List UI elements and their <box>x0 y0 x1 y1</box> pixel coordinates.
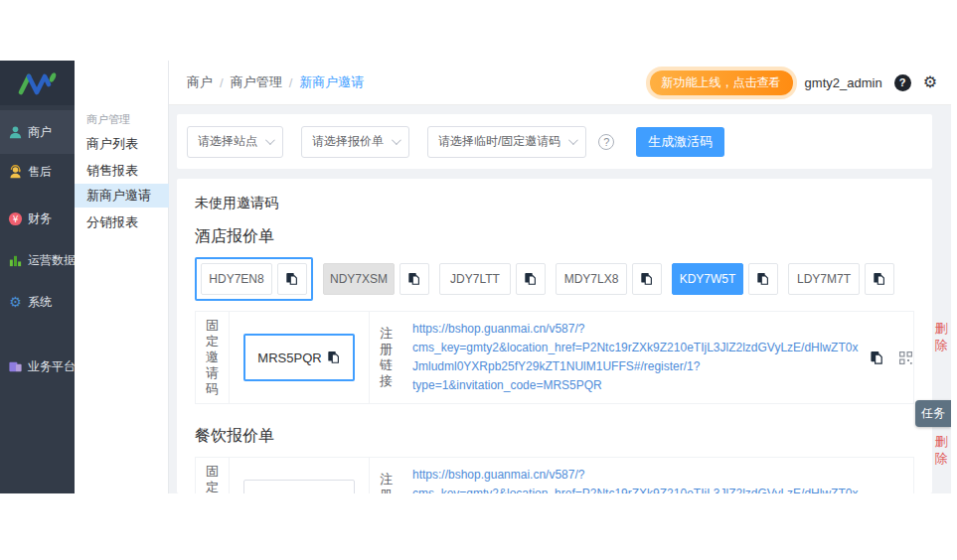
site-select-placeholder: 请选择站点 <box>198 133 257 150</box>
register-link-line1: https://bshop.guanmai.cn/v587/? <box>412 320 862 339</box>
copy-icon[interactable] <box>327 350 341 364</box>
business-platform-icon <box>8 359 23 374</box>
submenu-item-sales-report[interactable]: 销售报表 <box>75 159 169 183</box>
topbar-right: 新功能上线，点击查看 gmty2_admin ? ⚙ <box>650 70 937 95</box>
sidebar-item-operations-data[interactable]: 运营数据 <box>0 243 75 277</box>
breadcrumb-current: 新商户邀请 <box>299 73 364 91</box>
row-actions <box>870 350 913 365</box>
invite-code[interactable]: HDY7EN8 <box>201 263 272 295</box>
hotel-fixed-code-row: 固定邀请码 MRS5PQR 注册链接 https://bshop.guanmai… <box>195 311 914 404</box>
sidebar-item-system[interactable]: ⚙ 系统 <box>0 285 75 319</box>
register-link-line2: cms_key=gmty2&location_href=P2Ntc19rZXk9… <box>412 339 862 376</box>
catering-section-title: 餐饮报价单 <box>195 426 914 447</box>
settings-gear-icon[interactable]: ⚙ <box>923 74 937 90</box>
breadcrumb-separator: / <box>289 75 293 90</box>
unused-codes-title: 未使用邀请码 <box>195 195 914 212</box>
code-chip-selected[interactable]: HDY7EN8 <box>195 257 313 301</box>
fixed-code-box[interactable]: F525Q8D <box>243 480 355 493</box>
sidebar-item-finance[interactable]: ¥ 财务 <box>0 202 75 235</box>
breadcrumb-merchant-management[interactable]: 商户管理 <box>231 73 282 91</box>
register-link[interactable]: https://bshop.guanmai.cn/v587/? cms_key=… <box>412 466 862 493</box>
invite-type-placeholder: 请选择临时/固定邀请码 <box>438 133 560 150</box>
copy-icon[interactable] <box>632 263 662 295</box>
sidebar-item-merchant[interactable]: 商户 <box>0 110 75 154</box>
secondary-sidebar: 商户管理 商户列表 销售报表 新商户邀请 分销报表 <box>75 61 169 493</box>
register-link[interactable]: https://bshop.guanmai.cn/v587/? cms_key=… <box>412 320 862 395</box>
sidebar-item-label: 业务平台 <box>28 358 76 375</box>
copy-icon[interactable] <box>865 263 894 295</box>
logo[interactable] <box>0 61 75 105</box>
catering-fixed-code-row: 固定邀请码 F525Q8D 注册链接 https://bshop.guanmai… <box>195 457 914 493</box>
code-chip[interactable]: LDY7M7T <box>788 263 894 295</box>
copy-icon[interactable] <box>748 263 778 295</box>
invite-code[interactable]: JDY7LTT <box>439 263 511 295</box>
app-window: 商户 售后 ¥ 财务 运营数据 ⚙ <box>0 61 951 493</box>
submenu-title: 商户管理 <box>86 112 130 127</box>
primary-sidebar: 商户 售后 ¥ 财务 运营数据 ⚙ <box>0 61 75 493</box>
invite-code[interactable]: LDY7M7T <box>788 263 860 295</box>
quote-select-placeholder: 请选择报价单 <box>312 133 384 150</box>
filter-bar: 请选择站点 请选择报价单 请选择临时/固定邀请码 ? 生成激活码 <box>177 114 932 169</box>
svg-text:¥: ¥ <box>13 213 19 223</box>
invite-code[interactable]: KDY7W5T <box>672 263 743 295</box>
task-badge[interactable]: 任务 <box>915 400 951 427</box>
sidebar-item-label: 售后 <box>28 164 52 181</box>
guanmai-logo-icon <box>15 70 61 96</box>
breadcrumb-merchant[interactable]: 商户 <box>187 73 213 91</box>
fixed-code-value: MRS5PQR <box>257 350 321 365</box>
submenu-item-distribution-report[interactable]: 分销报表 <box>75 210 169 234</box>
register-link-line1: https://bshop.guanmai.cn/v587/? <box>412 466 862 485</box>
copy-icon[interactable] <box>870 350 884 365</box>
system-gear-icon: ⚙ <box>8 295 23 310</box>
delete-catering-code-button[interactable]: 删除 <box>933 433 949 467</box>
help-icon[interactable]: ? <box>894 74 911 91</box>
submenu-item-new-merchant-invite[interactable]: 新商户邀请 <box>75 184 169 208</box>
register-link-label: 注册链接 <box>380 472 393 493</box>
aftersale-headset-icon <box>8 165 23 180</box>
merchant-person-icon <box>8 125 23 140</box>
invite-code[interactable]: NDY7XSM <box>323 263 395 295</box>
register-link-line3: type=1&invitation_code=MRS5PQR <box>412 376 862 395</box>
finance-yen-icon: ¥ <box>8 211 23 226</box>
breadcrumb-separator: / <box>220 75 224 90</box>
qr-code-icon[interactable] <box>898 350 913 365</box>
quote-select[interactable]: 请选择报价单 <box>301 126 409 158</box>
generate-code-button[interactable]: 生成激活码 <box>636 127 724 157</box>
code-chip[interactable]: MDY7LX8 <box>556 263 662 295</box>
topbar: 商户 / 商户管理 / 新商户邀请 新功能上线，点击查看 gmty2_admin… <box>169 61 951 105</box>
bar-chart-icon <box>8 253 23 268</box>
code-chip-active[interactable]: KDY7W5T <box>672 263 778 295</box>
fixed-code-label: 固定邀请码 <box>206 464 219 493</box>
fixed-code-label: 固定邀请码 <box>206 318 219 397</box>
new-feature-notice-badge[interactable]: 新功能上线，点击查看 <box>650 70 793 95</box>
copy-icon[interactable] <box>516 263 546 295</box>
invite-type-select[interactable]: 请选择临时/固定邀请码 <box>427 126 586 158</box>
site-select[interactable]: 请选择站点 <box>187 126 283 158</box>
invite-code[interactable]: MDY7LX8 <box>556 263 627 295</box>
sidebar-item-label: 商户 <box>28 124 52 141</box>
submenu-item-merchant-list[interactable]: 商户列表 <box>75 132 169 156</box>
chevron-down-icon <box>568 135 578 145</box>
fixed-code-box[interactable]: MRS5PQR <box>243 334 355 381</box>
code-chip[interactable]: JDY7LTT <box>439 263 546 295</box>
register-link-line2: cms_key=gmty2&location_href=P2Ntc19rZXk9… <box>412 485 862 493</box>
sidebar-item-label: 财务 <box>28 210 52 227</box>
sidebar-item-business-platform[interactable]: 业务平台 <box>0 350 75 383</box>
username[interactable]: gmty2_admin <box>805 75 882 90</box>
chevron-down-icon <box>265 135 275 145</box>
chevron-down-icon <box>392 135 401 145</box>
fixed-code-cell: F525Q8D <box>229 458 370 493</box>
filter-help-icon[interactable]: ? <box>598 134 614 150</box>
hotel-section-title: 酒店报价单 <box>195 226 914 247</box>
copy-icon[interactable] <box>399 263 429 295</box>
fixed-code-cell: MRS5PQR <box>229 312 370 403</box>
sidebar-item-label: 运营数据 <box>28 252 76 269</box>
register-link-label: 注册链接 <box>380 326 393 389</box>
main-area: 请选择站点 请选择报价单 请选择临时/固定邀请码 ? 生成激活码 未使用邀请码 … <box>169 105 951 493</box>
hotel-code-chips: HDY7EN8 NDY7XSM JDY7LTT <box>195 257 914 301</box>
sidebar-item-aftersale[interactable]: 售后 <box>0 155 75 189</box>
delete-hotel-code-button[interactable]: 删除 <box>933 320 949 353</box>
invitation-codes-panel: 未使用邀请码 酒店报价单 HDY7EN8 NDY7XSM <box>177 179 932 493</box>
code-chip[interactable]: NDY7XSM <box>323 263 429 295</box>
copy-icon[interactable] <box>277 263 307 295</box>
